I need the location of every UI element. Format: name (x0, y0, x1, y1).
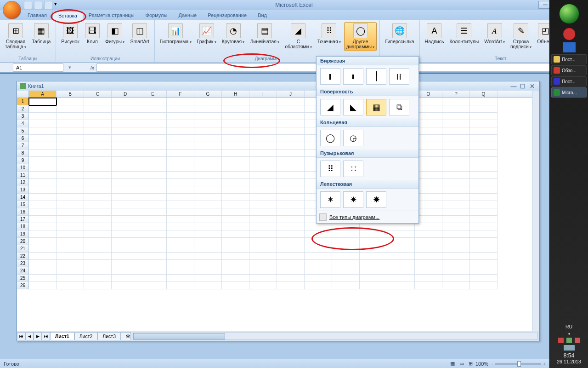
cell[interactable] (167, 201, 194, 208)
cell[interactable] (222, 201, 249, 208)
workbook-close-button[interactable]: ✕ (527, 83, 537, 90)
cell[interactable] (277, 98, 305, 105)
cell[interactable] (470, 230, 498, 238)
chart-type-option[interactable]: ✷ (343, 191, 363, 208)
column-header[interactable]: E (139, 91, 167, 98)
ribbon-button[interactable]: ◯Другиедиаграммы (344, 22, 377, 51)
cell[interactable] (84, 230, 112, 238)
cell[interactable] (249, 201, 277, 208)
cell[interactable] (167, 186, 194, 194)
row-header[interactable]: 1 (17, 98, 29, 105)
cell[interactable] (470, 164, 498, 172)
taskbar-item[interactable]: Пост... (551, 76, 587, 86)
cell[interactable] (139, 267, 167, 275)
cell[interactable] (112, 216, 139, 223)
cell[interactable] (470, 135, 498, 142)
cell[interactable] (442, 267, 470, 275)
cell[interactable] (277, 245, 305, 253)
all-chart-types-button[interactable]: Все типы диаграмм... (317, 211, 418, 223)
cell[interactable] (112, 238, 139, 245)
cell[interactable] (470, 186, 498, 194)
column-header[interactable]: O (415, 91, 442, 98)
cell[interactable] (442, 253, 470, 260)
cell[interactable] (277, 113, 305, 120)
cell[interactable] (222, 142, 249, 150)
start-button[interactable] (559, 4, 579, 24)
cell[interactable] (249, 253, 277, 260)
cell[interactable] (415, 113, 442, 120)
cell[interactable] (442, 164, 470, 172)
cell[interactable] (139, 238, 167, 245)
cell[interactable] (222, 208, 249, 216)
qat-redo-icon[interactable] (44, 1, 52, 9)
cell[interactable] (470, 201, 498, 208)
workbook-maximize-button[interactable]: ☐ (518, 83, 527, 90)
row-header[interactable]: 19 (17, 230, 29, 238)
cell[interactable] (57, 260, 84, 267)
tray-expand-icon[interactable]: ◂ (550, 331, 588, 336)
column-header[interactable]: I (249, 91, 277, 98)
chart-type-option[interactable]: ◣ (343, 99, 363, 115)
cell[interactable] (29, 260, 57, 267)
cell[interactable] (277, 267, 305, 275)
cell[interactable] (57, 201, 84, 208)
row-header[interactable]: 2 (17, 105, 29, 113)
cell[interactable] (84, 172, 112, 179)
cell[interactable] (277, 164, 305, 172)
cell[interactable] (112, 142, 139, 150)
cell[interactable] (57, 120, 84, 127)
cell[interactable] (57, 245, 84, 253)
cell[interactable] (222, 113, 249, 120)
cell[interactable] (29, 135, 57, 142)
cell[interactable] (112, 105, 139, 113)
cell[interactable] (167, 105, 194, 113)
cell[interactable] (84, 253, 112, 260)
cell[interactable] (84, 127, 112, 135)
chart-type-option[interactable]: ╿ (366, 68, 386, 85)
cell[interactable] (84, 179, 112, 186)
cell[interactable] (167, 230, 194, 238)
cell[interactable] (415, 157, 442, 164)
cell[interactable] (222, 216, 249, 223)
taskbar-item[interactable]: Micro... (551, 87, 587, 98)
cell[interactable] (167, 282, 194, 289)
cell[interactable] (139, 245, 167, 253)
cell[interactable] (249, 208, 277, 216)
office-button[interactable] (3, 1, 21, 19)
cell[interactable] (387, 253, 415, 260)
cell[interactable] (112, 194, 139, 201)
cell[interactable] (442, 194, 470, 201)
cell[interactable] (277, 127, 305, 135)
cell[interactable] (415, 150, 442, 157)
cell[interactable] (249, 275, 277, 282)
cell[interactable] (387, 223, 415, 230)
cell[interactable] (29, 157, 57, 164)
chart-type-option[interactable]: ✸ (366, 191, 386, 208)
row-header[interactable]: 12 (17, 179, 29, 186)
cell[interactable] (84, 186, 112, 194)
cell[interactable] (139, 98, 167, 105)
cell[interactable] (112, 275, 139, 282)
cell[interactable] (84, 98, 112, 105)
ribbon-button[interactable]: 🎞Клип (83, 22, 102, 46)
cell[interactable] (415, 194, 442, 201)
sheet-tab[interactable]: Лист3 (97, 332, 121, 340)
ribbon-tab[interactable]: Рецензирование (202, 11, 252, 20)
cell[interactable] (277, 157, 305, 164)
cell[interactable] (415, 120, 442, 127)
chart-type-option[interactable]: ◯ (320, 130, 340, 146)
cell[interactable] (194, 216, 222, 223)
cell[interactable] (470, 275, 498, 282)
cell[interactable] (305, 282, 332, 289)
cell[interactable] (249, 194, 277, 201)
cell[interactable] (222, 105, 249, 113)
cell[interactable] (442, 201, 470, 208)
cell[interactable] (222, 179, 249, 186)
view-normal-icon[interactable]: ▦ (448, 361, 457, 367)
chart-type-option[interactable]: ⫼ (389, 68, 409, 85)
cell[interactable] (84, 135, 112, 142)
cell[interactable] (139, 179, 167, 186)
cell[interactable] (167, 275, 194, 282)
cell[interactable] (84, 157, 112, 164)
cell[interactable] (222, 253, 249, 260)
